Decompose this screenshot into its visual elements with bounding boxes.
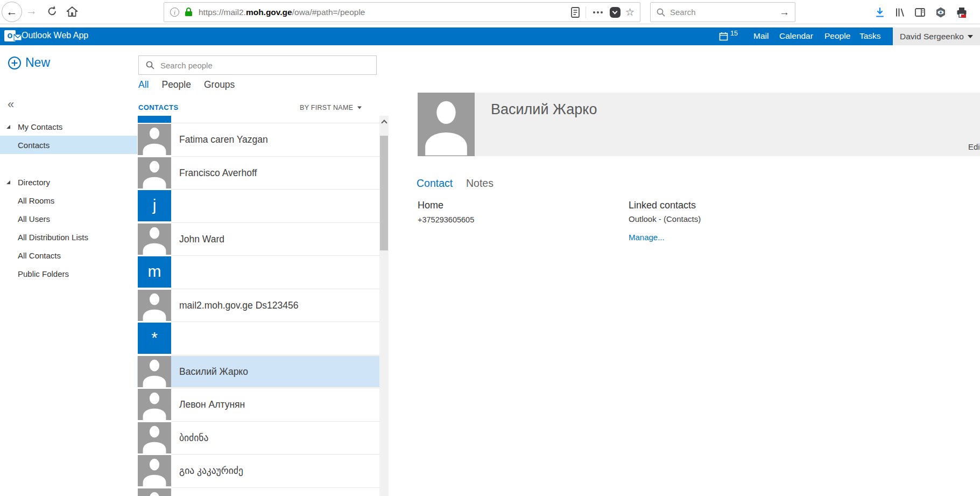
nav-mail[interactable]: Mail [753,31,769,41]
url-scheme: https://mail2. [199,8,246,17]
person-silhouette-icon [138,488,171,496]
sidebar-item-all-users[interactable]: All Users [0,209,137,228]
search-people-input[interactable] [160,61,376,70]
tab-contact[interactable]: Contact [417,177,453,190]
sidebar-item-public-folders[interactable]: Public Folders [0,264,137,283]
scroll-up-icon[interactable] [379,116,389,128]
contact-row-name: გია კაკაურიძე [179,455,243,486]
contact-avatar [138,488,171,496]
contact-row-partial[interactable] [137,488,379,496]
contact-row[interactable]: Fatima caren Yazgan [137,124,379,155]
nav-tasks[interactable]: Tasks [859,31,881,41]
downloads-icon[interactable] [875,7,885,18]
sidebar-item-all-contacts[interactable]: All Contacts [0,246,137,264]
search-icon [656,8,666,17]
browser-search-input[interactable] [670,8,774,17]
edit-contact-link[interactable]: Edit [968,142,980,151]
letter-divider-partial[interactable] [137,116,379,123]
browser-search-bar[interactable]: → [650,2,795,22]
url-text: https://mail2.moh.gov.ge/owa/#path=/peop… [199,8,365,17]
contact-avatar [418,93,475,156]
letter-divider-row[interactable]: m [137,256,379,288]
contact-avatar [138,389,171,420]
person-silhouette-icon [138,157,171,188]
contact-row-name: Василий Жарко [179,356,248,387]
nav-people[interactable]: People [824,31,850,41]
manage-link[interactable]: Manage... [629,233,665,242]
person-silhouette-icon [418,93,475,156]
letter-tile: j [138,190,171,221]
tree-expand-icon[interactable] [6,125,10,129]
contact-row[interactable]: John Ward [137,223,379,255]
person-silhouette-icon [138,422,171,453]
sidebar-item-directory[interactable]: Directory [0,173,137,191]
reload-icon[interactable] [46,5,58,17]
sort-label: BY FIRST NAME [300,104,353,111]
home-icon[interactable] [66,5,79,18]
tab-notes[interactable]: Notes [466,177,493,190]
urlbar-separator [586,6,586,18]
contact-avatar [138,157,171,188]
letter-tile: * [138,323,171,354]
forward-button[interactable]: → [26,4,37,17]
plus-circle-icon [8,56,22,70]
filter-groups[interactable]: Groups [204,79,235,90]
url-path: /owa/#path=/people [292,8,365,17]
contacts-scrollbar[interactable] [379,116,389,496]
contact-row[interactable]: Левон Алтунян [137,389,379,420]
contact-avatar [138,124,171,155]
print-pdf-icon[interactable] [956,6,968,18]
letter-tile [138,116,171,123]
contact-name-title: Василий Жарко [491,101,597,118]
user-menu[interactable]: David Sergeenko [893,27,980,45]
contact-row[interactable]: mail2.moh.gov.ge Ds123456 [137,290,379,321]
contact-avatar [138,223,171,255]
filter-people[interactable]: People [161,79,191,90]
scrollbar-thumb[interactable] [380,136,388,250]
reminder-count-badge: 15 [730,30,738,37]
sidebar-item-contacts[interactable]: Contacts [0,136,137,154]
contact-avatar [138,455,171,486]
contact-avatar [138,422,171,453]
person-silhouette-icon [138,455,171,486]
bookmark-star-icon[interactable]: ☆ [625,6,634,18]
contact-row[interactable]: გია კაკაურიძე [137,455,379,486]
contact-row[interactable]: Francisco Averhoff [137,157,379,188]
page-actions-icon[interactable] [593,11,603,13]
linked-contacts-value: Outlook - (Contacts) [629,214,701,223]
reader-mode-icon[interactable] [570,6,581,18]
sidebar-item-all-rooms[interactable]: All Rooms [0,191,137,209]
site-info-icon[interactable]: i [170,8,179,17]
person-silhouette-icon [138,124,171,155]
pocket-icon[interactable] [610,7,621,18]
sidebar-item-all-distribution-lists[interactable]: All Distribution Lists [0,228,137,246]
contacts-list: Fatima caren YazganFrancisco AverhoffjJo… [137,116,379,496]
letter-tile: m [138,256,171,288]
eye-extension-icon[interactable] [935,6,947,18]
search-go-icon[interactable]: → [779,6,789,18]
home-section-label: Home [418,200,443,211]
sidebars-icon[interactable] [914,7,926,18]
linked-contacts-label: Linked contacts [629,200,696,211]
nav-calendar[interactable]: Calendar [779,31,813,41]
contact-row[interactable]: Василий Жарко [137,356,379,387]
chevron-down-icon [357,107,362,109]
filter-all[interactable]: All [138,79,149,90]
sort-dropdown[interactable]: BY FIRST NAME [300,104,362,111]
letter-divider-row[interactable]: j [137,190,379,221]
contact-row[interactable]: ბიძინა [137,422,379,453]
search-people-box[interactable] [138,55,377,75]
back-button[interactable]: ← [2,2,22,22]
sidebar-item-my-contacts[interactable]: My Contacts [0,117,137,136]
folders-sidebar: New « My Contacts Contacts Directory All… [0,45,137,496]
url-bar[interactable]: i https://mail2.moh.gov.ge/owa/#path=/pe… [164,2,640,22]
letter-divider-row[interactable]: * [137,323,379,354]
new-contact-button[interactable]: New [8,55,50,70]
tree-expand-icon[interactable] [6,180,10,184]
reminders-calendar-icon[interactable] [719,32,728,41]
collapse-pane-button[interactable]: « [8,97,14,111]
home-phone-value: +375293605605 [418,215,474,224]
screen: ← → i https://mail2.moh.gov.ge/owa/#path… [0,0,980,496]
library-icon[interactable] [894,7,905,18]
https-lock-icon[interactable] [184,7,193,17]
